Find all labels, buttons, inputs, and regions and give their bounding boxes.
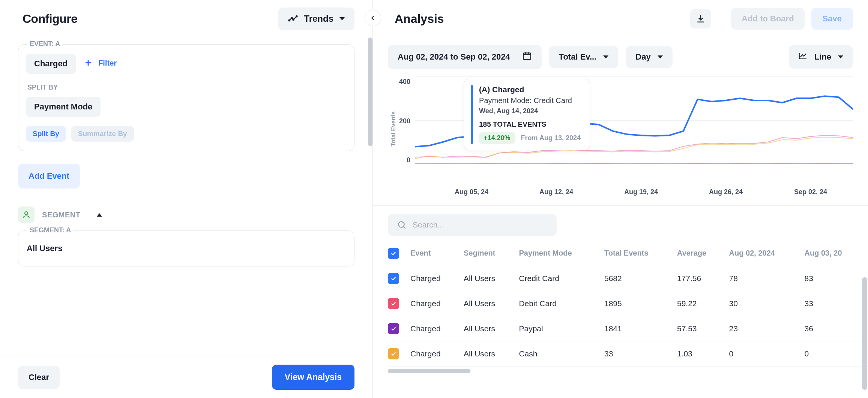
col-event[interactable]: Event — [410, 242, 464, 266]
segment-a-label: SEGMENT: A — [27, 226, 73, 234]
horizontal-scrollbar[interactable] — [388, 369, 470, 373]
chart-type-dropdown[interactable]: Line — [789, 45, 853, 69]
x-ticks: Aug 05, 24 Aug 12, 24 Aug 19, 24 Aug 26,… — [388, 181, 853, 196]
col-segment[interactable]: Segment — [464, 242, 519, 266]
row-checkbox[interactable] — [388, 298, 399, 309]
cell-event: Charged — [410, 316, 464, 341]
search-input[interactable] — [413, 220, 548, 229]
segment-value[interactable]: All Users — [26, 240, 63, 257]
granularity-label: Day — [635, 52, 650, 62]
segment-a-card: SEGMENT: A All Users — [18, 230, 354, 266]
svg-point-2 — [293, 19, 294, 20]
cell-total: 5682 — [604, 266, 677, 291]
tooltip-from: From Aug 13, 2024 — [521, 134, 581, 142]
add-event-button[interactable]: Add Event — [18, 164, 80, 189]
x-tick: Aug 05, 24 — [429, 188, 514, 196]
user-icon — [18, 206, 35, 223]
col-payment-mode[interactable]: Payment Mode — [519, 242, 604, 266]
configure-title: Configure — [23, 12, 78, 26]
plot[interactable]: (A) Charged Payment Mode: Credit Card We… — [415, 76, 853, 164]
event-a-card: EVENT: A Charged + Filter SPLIT BY Payme… — [18, 44, 354, 151]
svg-point-0 — [289, 19, 290, 21]
metric-dropdown[interactable]: Total Ev... — [549, 46, 619, 68]
cell-segment: All Users — [464, 316, 519, 341]
x-tick: Sep 02, 24 — [768, 188, 853, 196]
col-date-2[interactable]: Aug 03, 20 — [804, 242, 868, 266]
line-chart-icon — [799, 51, 808, 63]
analysis-title: Analysis — [395, 12, 444, 26]
divider — [721, 10, 722, 27]
tooltip-date: Wed, Aug 14, 2024 — [479, 107, 581, 115]
add-to-board-button[interactable]: Add to Board — [731, 8, 804, 30]
chevron-down-icon — [603, 55, 608, 58]
cell-event: Charged — [410, 266, 464, 291]
table-row[interactable]: ChargedAll UsersPaypal184157.532336 — [388, 316, 868, 341]
svg-point-4 — [25, 212, 28, 215]
segment-header[interactable]: SEGMENT — [18, 206, 354, 223]
x-tick: Aug 12, 24 — [514, 188, 599, 196]
plus-icon: + — [83, 57, 94, 69]
add-filter-button[interactable]: + Filter — [83, 57, 117, 69]
cell-total: 33 — [604, 341, 677, 366]
cell-d1: 0 — [729, 341, 805, 366]
configure-footer: Clear View Analysis — [0, 356, 372, 398]
granularity-dropdown[interactable]: Day — [626, 46, 672, 68]
metric-label: Total Ev... — [559, 52, 597, 62]
col-average[interactable]: Average — [677, 242, 729, 266]
col-total-events[interactable]: Total Events — [604, 242, 677, 266]
cell-d2: 33 — [804, 291, 868, 316]
event-a-label: EVENT: A — [27, 40, 62, 48]
cell-mode: Debit Card — [519, 291, 604, 316]
chart-tooltip: (A) Charged Payment Mode: Credit Card We… — [464, 79, 590, 150]
collapse-panel-button[interactable] — [365, 10, 381, 26]
table-row[interactable]: ChargedAll UsersCredit Card5682177.56788… — [388, 266, 868, 291]
save-button[interactable]: Save — [811, 8, 853, 30]
svg-point-8 — [398, 221, 404, 227]
vertical-scrollbar[interactable] — [862, 277, 867, 390]
configure-panel: Configure Trends EVENT: A — [0, 0, 373, 398]
cell-total: 1841 — [604, 316, 677, 341]
date-range-label: Aug 02, 2024 to Sep 02, 2024 — [398, 52, 510, 62]
cell-d2: 36 — [804, 316, 868, 341]
cell-d2: 83 — [804, 266, 868, 291]
row-checkbox[interactable] — [388, 323, 399, 334]
segment-title: SEGMENT — [42, 211, 80, 219]
row-checkbox[interactable] — [388, 273, 399, 284]
cell-d2: 0 — [804, 341, 868, 366]
cell-avg: 177.56 — [677, 266, 729, 291]
cell-mode: Cash — [519, 341, 604, 366]
row-checkbox[interactable] — [388, 348, 399, 359]
trends-icon — [288, 13, 298, 24]
event-chip[interactable]: Charged — [26, 54, 76, 74]
cell-segment: All Users — [464, 291, 519, 316]
calendar-icon — [522, 51, 532, 63]
svg-point-3 — [296, 15, 297, 16]
trends-dropdown[interactable]: Trends — [278, 7, 354, 30]
chart-type-label: Line — [814, 52, 831, 62]
view-analysis-button[interactable]: View Analysis — [272, 365, 354, 390]
segment-actions-row — [18, 277, 354, 282]
search-icon — [397, 220, 407, 230]
svg-point-1 — [291, 17, 292, 18]
search-box[interactable] — [388, 214, 557, 236]
col-date-1[interactable]: Aug 02, 2024 — [729, 242, 805, 266]
split-value-chip[interactable]: Payment Mode — [26, 97, 101, 117]
chart-area: Total Events 400 200 0 (A) Charged — [373, 73, 868, 200]
tooltip-change-badge: +14.20% — [479, 132, 515, 144]
cell-event: Charged — [410, 341, 464, 366]
scrollbar[interactable] — [368, 37, 372, 146]
y-tick: 400 — [399, 78, 410, 86]
select-all-checkbox[interactable] — [388, 248, 399, 259]
cell-mode: Credit Card — [519, 266, 604, 291]
download-button[interactable] — [690, 9, 711, 28]
split-by-pill[interactable]: Split By — [26, 126, 66, 142]
cell-avg: 1.03 — [677, 341, 729, 366]
split-by-label: SPLIT BY — [27, 84, 347, 91]
summarize-by-pill[interactable]: Summarize By — [71, 126, 134, 142]
date-range-picker[interactable]: Aug 02, 2024 to Sep 02, 2024 — [388, 45, 542, 69]
clear-button[interactable]: Clear — [18, 366, 60, 389]
table-row[interactable]: ChargedAll UsersCash331.0300 — [388, 341, 868, 366]
data-table-wrap: Event Segment Payment Mode Total Events … — [373, 242, 868, 367]
table-row[interactable]: ChargedAll UsersDebit Card189559.223033 — [388, 291, 868, 316]
filter-label: Filter — [98, 59, 117, 67]
